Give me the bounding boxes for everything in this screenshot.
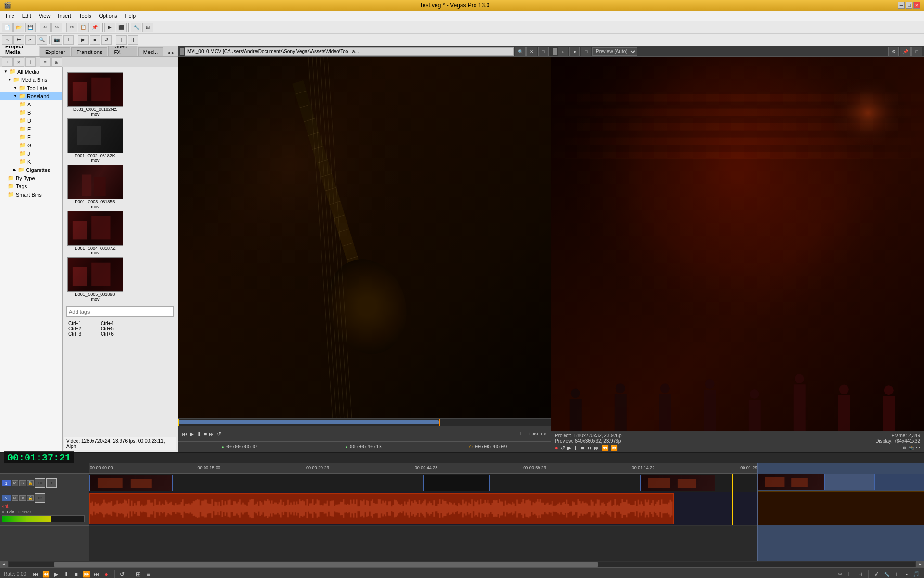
media-thumbnail-1[interactable]: D001_C001_08182N2.mov xyxy=(67,72,123,117)
video-clip-1[interactable] xyxy=(89,475,173,491)
marker-button[interactable]: | xyxy=(116,35,127,45)
pause-button-left[interactable]: ⏸ xyxy=(196,431,202,437)
close-button[interactable]: ✕ xyxy=(913,2,920,9)
tree-node-d[interactable]: 📁 D xyxy=(0,117,62,125)
video-arrow-btn[interactable]: ▼ xyxy=(46,478,57,488)
preview-right-drag[interactable] xyxy=(553,48,557,55)
trans-forward[interactable]: ⏩ xyxy=(82,571,90,578)
tree-node-tags[interactable]: 📁 Tags xyxy=(0,182,62,190)
video-lock-btn[interactable]: 🔒 xyxy=(27,480,34,486)
tab-transitions[interactable]: Transitions xyxy=(71,47,107,56)
scroll-left-button[interactable]: ◄ xyxy=(0,561,8,568)
tab-explorer[interactable]: Explorer xyxy=(40,47,70,56)
loop-button-left[interactable]: ↺ xyxy=(217,431,221,437)
copy-button[interactable]: 📋 xyxy=(78,23,89,32)
region-button[interactable]: [] xyxy=(128,35,138,45)
extended-clip-3[interactable] xyxy=(874,474,924,490)
trans-snap[interactable]: ⊞ xyxy=(134,571,142,578)
ext-monitor-button[interactable]: 🖥 xyxy=(902,446,907,450)
paste-button[interactable]: 📌 xyxy=(90,23,100,32)
prev-frame-right[interactable]: ⏮ xyxy=(586,445,592,451)
save-button[interactable]: 💾 xyxy=(25,23,36,32)
cut-button[interactable]: ✂ xyxy=(66,23,77,32)
tree-node-a[interactable]: 📁 A xyxy=(0,100,62,108)
audio-fx-btn[interactable]: FX xyxy=(35,493,45,503)
undo-button[interactable]: ↩ xyxy=(40,23,51,32)
video-fx-btn[interactable]: FX xyxy=(35,478,45,488)
props-media-button[interactable]: i xyxy=(25,57,36,67)
tags-input[interactable] xyxy=(66,306,174,317)
new-button[interactable]: 📄 xyxy=(2,23,13,32)
trans-rewind[interactable]: ⏪ xyxy=(41,571,50,578)
tree-node-k[interactable]: 📁 K xyxy=(0,158,62,166)
tree-node-e[interactable]: 📁 E xyxy=(0,125,62,133)
menu-tools[interactable]: Tools xyxy=(75,12,95,20)
video-clip-2[interactable] xyxy=(423,475,490,491)
media-thumbnail-5[interactable]: D001_C005_081898.mov xyxy=(67,257,123,302)
tree-node-g[interactable]: 📁 G xyxy=(0,141,62,149)
next-frame-right[interactable]: ⏭ xyxy=(594,445,600,451)
trans-record[interactable]: ● xyxy=(102,571,111,578)
trans-loop[interactable]: ↺ xyxy=(118,571,127,578)
audio-lock-btn[interactable]: 🔒 xyxy=(27,495,34,501)
next-frame-button[interactable]: ⏭ xyxy=(209,431,215,437)
stop-right-button[interactable]: ■ xyxy=(581,445,584,451)
grid-button[interactable]: ⊞ xyxy=(142,23,153,32)
play-button-left[interactable]: ▶ xyxy=(190,431,194,437)
text-button[interactable]: T xyxy=(63,35,74,45)
trans-tool2[interactable]: 🔧 xyxy=(882,572,891,577)
scrollbar-track[interactable] xyxy=(9,562,915,567)
tab-project-media[interactable]: Project Media xyxy=(0,46,39,56)
tree-node-roseland[interactable]: ▼ 📁 Roseland xyxy=(0,92,62,100)
render2-button[interactable]: ⬛ xyxy=(116,23,127,32)
select-button[interactable]: ↖ xyxy=(2,35,13,45)
extended-clip-2[interactable] xyxy=(824,474,874,490)
fx-button[interactable]: FX xyxy=(541,432,547,436)
trans-edit3[interactable]: ⊣ xyxy=(856,572,865,577)
preview-right-maximize[interactable]: □ xyxy=(911,47,922,56)
video-solo-btn[interactable]: S xyxy=(19,480,26,486)
trim-button[interactable]: ⊢ xyxy=(13,35,24,45)
titlebar-controls[interactable]: ─ □ ✕ xyxy=(898,2,920,9)
play-right-button[interactable]: ▶ xyxy=(567,445,571,451)
tree-node-media-bins[interactable]: ▼ 📁 Media Bins xyxy=(0,76,62,84)
preview-maximize-button[interactable]: □ xyxy=(538,47,549,56)
preview-right-snap[interactable]: 📌 xyxy=(900,47,911,56)
preview-right-btn3[interactable]: □ xyxy=(581,47,591,56)
minimize-button[interactable]: ─ xyxy=(898,2,905,9)
prev-event-right[interactable]: ⏪ xyxy=(602,445,609,451)
view-thumb-button[interactable]: ⊞ xyxy=(51,57,62,67)
preview-close-button[interactable]: ✕ xyxy=(526,47,537,56)
tab-med[interactable]: Med... xyxy=(138,47,164,56)
trans-go-start[interactable]: ⏮ xyxy=(31,571,40,578)
loop-btn2[interactable]: ↺ xyxy=(101,35,112,45)
preview-zoom-button[interactable]: 🔍 xyxy=(515,47,526,56)
timeline-scrollbar[interactable]: ◄ ► xyxy=(0,561,924,567)
out-point-button[interactable]: ⊣ xyxy=(526,432,530,436)
media-button[interactable]: 📷 xyxy=(51,35,62,45)
tree-node-too-late[interactable]: ▼ 📁 Too Late xyxy=(0,84,62,92)
zoom-button[interactable]: 🔍 xyxy=(37,35,47,45)
menu-edit[interactable]: Edit xyxy=(18,12,35,20)
import-button[interactable]: + xyxy=(2,57,13,67)
preview-quality-select[interactable]: Preview (Auto) Preview (Best) Preview (D… xyxy=(592,47,637,56)
menu-view[interactable]: View xyxy=(35,12,54,20)
stop-button-left[interactable]: ■ xyxy=(204,431,207,437)
record-button[interactable]: ● xyxy=(555,445,558,451)
preview-right-btn1[interactable]: ○ xyxy=(558,47,568,56)
timeline-content[interactable]: 00:00:00:00 00:00:15:00 00:00:29:23 00:0… xyxy=(89,463,924,561)
media-thumbnail-2[interactable]: D001_C002_08182K.mov xyxy=(67,118,123,163)
video-clip-3[interactable] xyxy=(640,475,715,491)
trans-grid[interactable]: ≡ xyxy=(144,571,153,578)
scroll-right-button[interactable]: ► xyxy=(916,561,924,568)
trans-tool1[interactable]: 🖊 xyxy=(872,572,881,577)
menu-options[interactable]: Options xyxy=(95,12,121,20)
audio-mute-btn[interactable]: M xyxy=(12,495,18,501)
tree-node-smart-bins[interactable]: 📁 Smart Bins xyxy=(0,190,62,198)
pause-right-button[interactable]: ⏸ xyxy=(573,445,579,451)
media-thumbnail-3[interactable]: D001_C003_081855.mov xyxy=(67,165,123,209)
audio-clip-1[interactable] xyxy=(89,493,674,524)
preview-right-btn2[interactable]: ● xyxy=(569,47,580,56)
stop-btn2[interactable]: ■ xyxy=(90,35,100,45)
menu-help[interactable]: Help xyxy=(121,12,140,20)
